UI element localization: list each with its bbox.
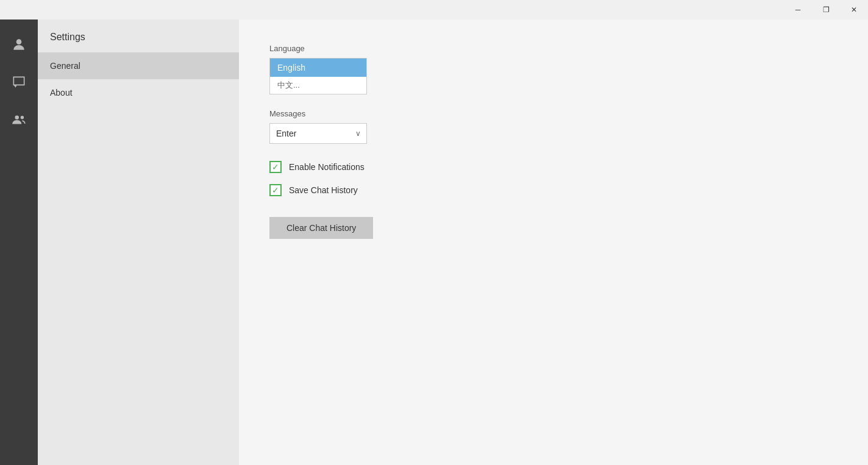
save-chat-history-label: Save Chat History <box>289 185 358 195</box>
language-options-list[interactable]: English 中文... <box>269 58 367 94</box>
app-container: Settings General About Language English … <box>0 20 868 465</box>
icon-sidebar <box>0 20 38 465</box>
nav-title: Settings <box>38 24 239 52</box>
clear-chat-history-button[interactable]: Clear Chat History <box>269 217 373 239</box>
enable-notifications-label: Enable Notifications <box>289 162 365 172</box>
checkmark-icon-2: ✓ <box>272 186 279 194</box>
nav-sidebar: Settings General About <box>38 20 239 465</box>
messages-select[interactable]: Enter Ctrl+Enter <box>269 123 367 144</box>
language-option-chinese[interactable]: 中文... <box>270 77 366 94</box>
checkmark-icon: ✓ <box>272 163 279 171</box>
language-label: Language <box>269 44 838 53</box>
enable-notifications-checkbox[interactable]: ✓ <box>269 161 282 173</box>
enable-notifications-row: ✓ Enable Notifications <box>269 161 838 173</box>
restore-button[interactable]: ❐ <box>812 0 840 20</box>
sidebar-icon-contacts[interactable] <box>0 101 38 139</box>
sidebar-icon-profile[interactable] <box>0 26 38 63</box>
messages-select-wrapper[interactable]: Enter Ctrl+Enter ∨ <box>269 123 367 144</box>
svg-point-2 <box>21 116 24 119</box>
language-dropdown[interactable]: English 中文... <box>269 58 367 94</box>
main-content: Language English 中文... Messages Enter Ct… <box>239 20 868 465</box>
close-button[interactable]: ✕ <box>840 0 868 20</box>
sidebar-icon-chat[interactable] <box>0 63 38 101</box>
minimize-button[interactable]: ─ <box>784 0 812 20</box>
language-option-english[interactable]: English <box>270 59 366 77</box>
svg-point-1 <box>15 115 20 119</box>
save-chat-history-row: ✓ Save Chat History <box>269 184 838 196</box>
title-bar: ─ ❐ ✕ <box>0 0 868 20</box>
svg-point-0 <box>16 39 22 44</box>
nav-item-about[interactable]: About <box>38 79 239 106</box>
messages-label: Messages <box>269 109 838 118</box>
nav-item-general[interactable]: General <box>38 52 239 79</box>
save-chat-history-checkbox[interactable]: ✓ <box>269 184 282 196</box>
messages-section: Messages Enter Ctrl+Enter ∨ <box>269 109 838 144</box>
